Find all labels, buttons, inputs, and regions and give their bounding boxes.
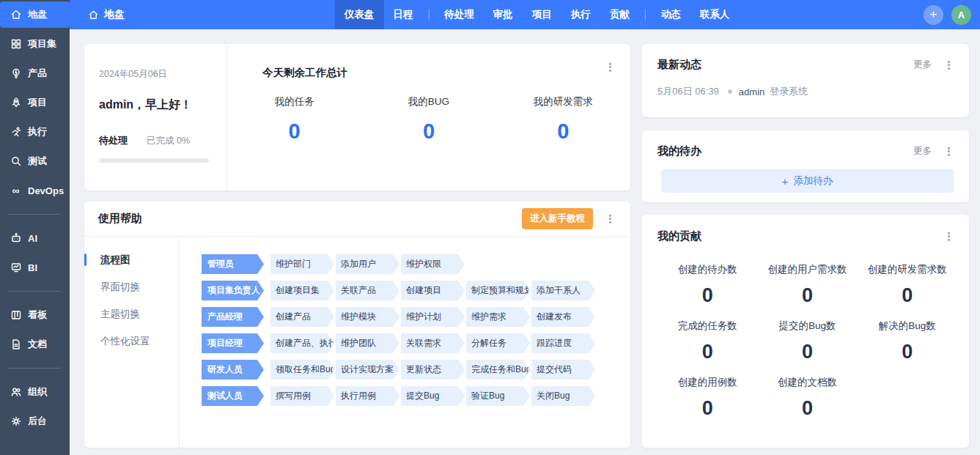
sidebar-item-doc[interactable]: 文档 — [0, 331, 70, 358]
flow-role[interactable]: 管理员 — [202, 254, 264, 274]
kebab-menu-icon[interactable]: ⋮ — [602, 212, 619, 226]
flow-role[interactable]: 研发人员 — [202, 360, 264, 380]
stat-value[interactable]: 0 — [361, 119, 495, 144]
tab-todo[interactable]: 待处理 — [435, 0, 484, 29]
tab-execution[interactable]: 执行 — [561, 0, 600, 29]
contribution-card: 我的贡献 ⋮ 创建的待办数 0 创建的用户需求数 0 创建的研发需求数 — [642, 215, 969, 448]
chart-monitor-icon — [10, 262, 22, 274]
sidebar-divider — [9, 214, 61, 215]
flow-step[interactable]: 创建项目集 — [270, 281, 334, 300]
contrib-label: 创建的文档数 — [757, 376, 857, 389]
flow-step[interactable]: 添加用户 — [336, 254, 399, 274]
flow-step[interactable]: 关闭Bug — [531, 386, 595, 406]
tab-ui-switch[interactable]: 界面切换 — [84, 273, 179, 300]
flow-step[interactable]: 跟踪进度 — [531, 333, 595, 353]
flow-step[interactable]: 领取任务和Bug — [270, 360, 334, 380]
tab-contacts[interactable]: 联系人 — [690, 0, 740, 29]
stat-my-bugs: 我的BUG 0 — [361, 95, 495, 144]
sidebar-item-devops[interactable]: ∞ DevOps — [0, 177, 70, 204]
tab-personalize[interactable]: 个性化设置 — [84, 328, 179, 355]
flow-step[interactable]: 创建项目 — [401, 281, 465, 300]
sidebar-item-qa[interactable]: 测试 — [0, 148, 70, 174]
flow-step[interactable]: 验证Bug — [466, 386, 530, 406]
activity-user[interactable]: admin — [739, 86, 765, 97]
stat-value[interactable]: 0 — [227, 119, 361, 144]
flow-step[interactable]: 制定预算和规划 — [466, 281, 530, 300]
avatar[interactable]: A — [951, 5, 971, 25]
flow-step[interactable]: 添加干系人 — [531, 281, 595, 300]
sidebar-item-kanban[interactable]: 看板 — [0, 302, 70, 328]
flow-row-tester: 测试人员 撰写用例 执行用例 提交Bug 验证Bug 关闭Bug — [202, 386, 630, 406]
sidebar-item-admin[interactable]: 后台 — [0, 408, 70, 434]
tab-theme-switch[interactable]: 主题切换 — [84, 300, 179, 328]
home-icon — [10, 9, 22, 21]
flow-role[interactable]: 项目经理 — [202, 333, 264, 353]
greeting-text: admin，早上好！ — [99, 97, 226, 113]
sidebar-item-project[interactable]: 项目 — [0, 89, 70, 116]
flow-step[interactable]: 分解任务 — [466, 333, 530, 353]
flow-step[interactable]: 关联需求 — [401, 333, 465, 353]
kebab-menu-icon[interactable]: ⋮ — [940, 58, 957, 72]
flow-step[interactable]: 维护部门 — [270, 254, 334, 274]
flow-step[interactable]: 设计实现方案 — [336, 360, 399, 380]
stat-label: 我的任务 — [227, 95, 361, 108]
contrib-stat: 提交的Bug数 0 — [757, 319, 857, 363]
flow-step[interactable]: 维护计划 — [401, 307, 465, 327]
kebab-menu-icon[interactable]: ⋮ — [940, 229, 957, 243]
flow-step[interactable]: 创建产品、执行 — [270, 333, 334, 353]
tab-flowchart[interactable]: 流程图 — [84, 246, 179, 273]
stat-value[interactable]: 0 — [496, 119, 630, 144]
kanban-icon — [10, 309, 22, 322]
more-link[interactable]: 更多 — [913, 145, 932, 158]
tab-contribute[interactable]: 贡献 — [600, 0, 639, 29]
flow-step[interactable]: 提交Bug — [401, 386, 465, 406]
tutorial-button[interactable]: 进入新手教程 — [522, 208, 593, 229]
create-button[interactable]: + — [924, 5, 943, 25]
sidebar-item-org[interactable]: 组织 — [0, 379, 70, 405]
add-todo-button[interactable]: + 添加待办 — [661, 169, 954, 193]
contrib-label: 创建的用户需求数 — [757, 263, 857, 276]
more-link[interactable]: 更多 — [913, 59, 932, 71]
tab-project[interactable]: 项目 — [523, 0, 561, 29]
sidebar-item-dashboard[interactable]: 地盘 — [0, 1, 70, 28]
robot-icon — [10, 232, 22, 245]
contrib-value: 0 — [757, 397, 857, 420]
kebab-menu-icon[interactable]: ⋮ — [940, 144, 957, 158]
dynamics-card: 最新动态 更多 ⋮ 5月06日 06:39 admin 登录系统 — [642, 44, 969, 117]
sidebar-item-product[interactable]: 产品 — [0, 60, 70, 86]
flow-role[interactable]: 产品经理 — [202, 307, 264, 327]
sidebar-item-bi[interactable]: BI — [0, 254, 70, 281]
todo-title: 我的待办 — [657, 144, 701, 158]
tab-calendar[interactable]: 日程 — [383, 0, 422, 29]
flow-step[interactable]: 维护团队 — [336, 333, 399, 353]
flow-step[interactable]: 维护需求 — [466, 307, 530, 327]
contrib-stat: 创建的文档数 0 — [757, 376, 857, 420]
dot-icon — [728, 89, 732, 94]
flow-step[interactable]: 创建发布 — [531, 307, 595, 327]
flow-step[interactable]: 完成任务和Bug — [466, 360, 530, 380]
flow-step[interactable]: 创建产品 — [270, 307, 334, 327]
sidebar-item-program[interactable]: 项目集 — [0, 31, 70, 57]
flow-role[interactable]: 测试人员 — [202, 386, 264, 406]
flow-step[interactable]: 维护权限 — [401, 254, 465, 274]
users-icon — [10, 386, 22, 399]
kebab-menu-icon[interactable]: ⋮ — [602, 60, 619, 74]
help-card: 使用帮助 进入新手教程 ⋮ 流程图 界面切换 主题切换 个性化设置 管理员 维护 — [84, 201, 630, 448]
flow-step[interactable]: 关联产品 — [336, 281, 399, 300]
sidebar-item-ai[interactable]: AI — [0, 225, 70, 251]
flow-step[interactable]: 撰写用例 — [270, 386, 334, 406]
flow-step[interactable]: 执行用例 — [336, 386, 399, 406]
flow-step[interactable]: 维护模块 — [336, 307, 399, 327]
flow-role[interactable]: 项目集负责人 — [202, 281, 264, 300]
overview-card: ⋮ 2024年05月06日 admin，早上好！ 待处理 已完成 0% 今天剩余… — [84, 44, 630, 190]
contrib-value: 0 — [657, 284, 757, 307]
activity-item: 5月06日 06:39 admin 登录系统 — [657, 85, 957, 98]
breadcrumb-label: 地盘 — [104, 8, 125, 21]
tab-review[interactable]: 审批 — [484, 0, 523, 29]
flow-step[interactable]: 更新状态 — [401, 360, 465, 380]
flow-step[interactable]: 提交代码 — [531, 360, 595, 380]
breadcrumb[interactable]: 地盘 — [88, 8, 125, 21]
sidebar-item-execution[interactable]: 执行 — [0, 119, 70, 145]
tab-dashboard[interactable]: 仪表盘 — [335, 0, 384, 29]
tab-dynamic[interactable]: 动态 — [652, 0, 690, 29]
